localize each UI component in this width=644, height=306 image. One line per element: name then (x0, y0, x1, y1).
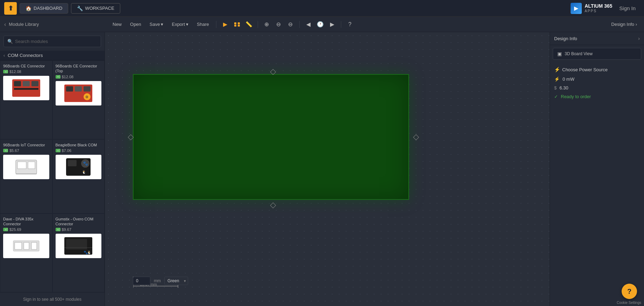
altium-logo-icon: ▶ (571, 3, 582, 14)
module-svg-4 (10, 235, 42, 256)
logo-button[interactable]: ⬆ (4, 2, 17, 15)
module-price-5: $9.67 (62, 227, 72, 232)
dashboard-button[interactable]: 🏠 DASHBOARD (20, 3, 68, 14)
top-bar: ⬆ 🏠 DASHBOARD 🔧 WORKSPACE ▶ ALTIUM 365 A… (0, 0, 644, 17)
svg-rect-1 (238, 22, 240, 24)
separator-4 (341, 21, 341, 28)
workspace-icon: 🔧 (77, 6, 83, 11)
module-card-5[interactable]: Gumstix - Overo COM Connector ≡ $9.67 🐾 … (52, 213, 105, 292)
category-header: ‹ COM Connectors (0, 51, 105, 60)
svg-rect-8 (31, 81, 38, 86)
mm-label: mm (154, 278, 161, 283)
new-button[interactable]: New (109, 20, 125, 28)
separator-3 (299, 21, 300, 28)
export-button[interactable]: Export ▾ (168, 20, 192, 28)
svg-rect-13 (75, 86, 82, 92)
sign-in-notice: Sign in to see all 500+ modules (0, 292, 105, 306)
zoom-in-button[interactable]: ⊖ (273, 19, 284, 30)
module-name-1: 96Boards CE Connector (Top (56, 64, 102, 74)
zoom-out-button[interactable]: ⊖ (285, 19, 296, 30)
board-view-button[interactable]: ▣ 3D Board View (553, 48, 641, 60)
module-price-row-0: ≡ $12.08 (3, 70, 49, 74)
save-button[interactable]: Save ▾ (146, 20, 167, 28)
toolbar: ‹ Module Library New Open Save ▾ Export … (0, 17, 644, 32)
module-img-3: 🐾 🐧 (56, 155, 102, 179)
price-icon-2: ≡ (3, 149, 8, 152)
history-button[interactable]: 🕐 (315, 19, 325, 30)
module-name-3: BeagleBone Black COM (56, 143, 102, 147)
svg-rect-9 (14, 88, 38, 90)
price-icon-4: ≡ (3, 228, 8, 231)
power-source-icon: ⚡ (554, 67, 560, 72)
svg-rect-30 (15, 242, 22, 249)
svg-rect-31 (24, 242, 29, 249)
module-card-1[interactable]: 96Boards CE Connector (Top ≡ $12.08 ⚙ (52, 60, 105, 139)
right-panel: Design Info › ▣ 3D Board View ⚡ Choose P… (550, 32, 644, 306)
module-name-4: Dave - DIVA 335x Connector (3, 217, 49, 227)
workspace-button[interactable]: 🔧 WORKSPACE (71, 3, 120, 14)
main-content: 🔍 ‹ COM Connectors 96Boards CE Connector… (0, 32, 644, 306)
svg-rect-7 (23, 81, 30, 86)
svg-rect-19 (17, 162, 26, 169)
module-name-2: 96Boards IoT Connector (3, 143, 49, 147)
module-card-2[interactable]: 96Boards IoT Connector ≡ $5.67 (0, 139, 52, 213)
cursor-tool[interactable]: ▶ (220, 19, 230, 30)
sign-in-button[interactable]: Sign In (615, 3, 640, 13)
dimension-input[interactable] (133, 277, 150, 285)
power-row: ⚡ 0 mW (554, 76, 640, 82)
handle-right[interactable] (413, 134, 419, 140)
toolbar-right-chevron[interactable]: › (636, 22, 637, 27)
svg-text:🐧: 🐧 (87, 250, 92, 255)
info-section: ⚡ Choose Power Source ⚡ 0 mW $ 6.30 ✓ Re… (550, 63, 644, 107)
back-button[interactable]: ◀ (303, 19, 314, 30)
module-price-row-2: ≡ $5.67 (3, 148, 49, 153)
module-price-4: $25.69 (9, 227, 21, 232)
separator-2 (258, 21, 258, 28)
module-price-row-5: ≡ $9.67 (56, 227, 102, 232)
ruler-tool[interactable]: 📏 (244, 19, 254, 30)
status-row: ✓ Ready to order (554, 94, 640, 99)
svg-rect-20 (28, 162, 35, 169)
svg-rect-24 (68, 160, 77, 166)
cookie-label: Cookie Settings (617, 301, 641, 305)
module-card-4[interactable]: Dave - DIVA 335x Connector ≡ $25.69 (0, 213, 52, 292)
svg-text:🐾: 🐾 (83, 161, 88, 166)
right-panel-title: Design Info (554, 36, 577, 41)
module-name-0: 96Boards CE Connector (3, 64, 49, 68)
save-dropdown-icon: ▾ (161, 22, 163, 27)
right-panel-chevron[interactable]: › (638, 36, 640, 41)
toolbar-right: Design Info › (549, 22, 640, 27)
search-input[interactable] (15, 36, 97, 47)
module-price-1: $12.08 (62, 75, 74, 79)
share-button[interactable]: Share (193, 20, 213, 28)
toolbar-left: ‹ Module Library (4, 21, 109, 28)
left-panel: 🔍 ‹ COM Connectors 96Boards CE Connector… (0, 32, 105, 306)
dollar-icon: $ (554, 85, 557, 90)
module-card-3[interactable]: BeagleBone Black COM ≡ $7.06 🐾 🐧 (52, 139, 105, 213)
cost-row: $ 6.30 (554, 85, 640, 90)
handle-bottom[interactable] (270, 203, 276, 209)
module-card-0[interactable]: 96Boards CE Connector ≡ $12.08 (0, 60, 52, 139)
forward-button[interactable]: ▶ (327, 19, 337, 30)
svg-text:🐧: 🐧 (82, 170, 86, 174)
svg-rect-0 (234, 22, 236, 24)
modules-tool[interactable] (232, 19, 242, 30)
module-img-0 (3, 76, 49, 100)
canvas-area[interactable]: 16.67 mm mm Green Red Blue Black White (105, 32, 550, 306)
category-chevron[interactable]: ‹ (3, 53, 5, 58)
module-svg-0 (10, 78, 42, 99)
cookie-button[interactable]: ? (622, 284, 637, 299)
pcb-board (133, 74, 409, 200)
back-chevron[interactable]: ‹ (4, 21, 6, 28)
help-button[interactable]: ? (345, 19, 355, 30)
zoom-fit-button[interactable]: ⊕ (262, 19, 272, 30)
altium-logo-text: ALTIUM 365 APPS (585, 3, 612, 13)
open-button[interactable]: Open (127, 20, 145, 28)
module-svg-5: 🐾 🐧 (63, 235, 94, 256)
svg-rect-3 (238, 25, 240, 27)
module-svg-1: ⚙ (63, 83, 94, 104)
color-select[interactable]: Green Red Blue Black White (164, 277, 188, 285)
altium-logo: ▶ ALTIUM 365 APPS (571, 3, 612, 14)
right-panel-header: Design Info › (550, 32, 644, 45)
price-icon-5: ≡ (56, 228, 60, 231)
